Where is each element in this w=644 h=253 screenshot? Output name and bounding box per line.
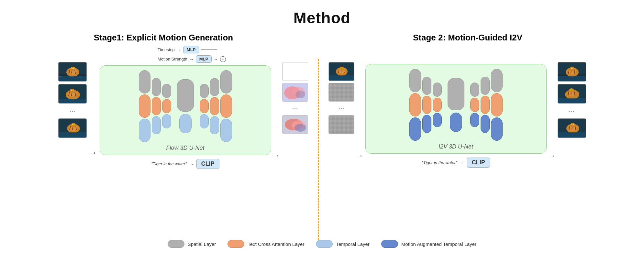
flow-frame-white	[282, 62, 308, 81]
svg-point-50	[340, 68, 341, 68]
svg-rect-34	[283, 62, 308, 81]
unet-inner-stage1	[139, 70, 232, 142]
legend-spatial: Spatial Layer	[168, 240, 216, 248]
s2-motion-aug-pill-2	[422, 115, 431, 133]
s2-dec-motion-1	[470, 113, 479, 127]
arrow-unet2-to-output: →	[549, 152, 556, 160]
dots-2: ···	[292, 105, 298, 112]
s2-spatial-pill-2	[422, 77, 431, 95]
flow-unet-label: Flow 3D U-Net	[166, 145, 204, 151]
legend-text-cross-pill	[228, 240, 244, 248]
unet-inner-stage2	[409, 69, 503, 141]
svg-point-60	[570, 67, 575, 71]
stage-divider	[318, 59, 319, 240]
output-frame-2	[558, 84, 586, 104]
dec-spatial-3	[220, 70, 232, 94]
legend-motion-aug-pill	[381, 240, 398, 248]
legend-temporal: Temporal Layer	[316, 240, 369, 248]
clip-box-stage1: CLIP	[196, 159, 219, 169]
svg-rect-32	[59, 132, 87, 138]
stage2-unet-area: I2V 3D U-Net "Tiger in the water" → CLIP	[365, 46, 547, 168]
svg-point-42	[294, 124, 306, 132]
s2-dec-spatial-3	[491, 69, 503, 92]
svg-point-51	[342, 68, 343, 68]
timestep-row: Timestep → MLP	[158, 46, 217, 53]
s2-dec-motion-2	[481, 115, 490, 133]
legend-temporal-label: Temporal Layer	[336, 241, 369, 247]
arrow-unet1-to-flow: →	[273, 152, 280, 160]
temporal-pill-2	[152, 116, 161, 134]
svg-point-19	[70, 89, 75, 93]
s2-text-cross-pill-1	[409, 93, 421, 116]
dec-text-1	[200, 99, 209, 113]
temporal-pill-3	[162, 114, 171, 128]
s2-dec-spatial-1	[470, 82, 479, 97]
svg-point-81	[571, 124, 572, 125]
clip-box-stage2: CLIP	[467, 158, 490, 168]
flow-unet-block: Flow 3D U-Net	[100, 65, 271, 155]
input-frame-3	[58, 118, 87, 138]
svg-point-49	[339, 67, 344, 71]
output-frame-3	[558, 118, 586, 138]
clip-row-stage2: "Tiger in the water" → CLIP	[422, 158, 490, 168]
svg-point-71	[570, 90, 571, 91]
svg-rect-73	[558, 98, 586, 104]
motion-strength-row: Motion Strength → MLP → +	[158, 55, 226, 63]
dec-text-3	[220, 94, 232, 118]
svg-point-10	[72, 68, 72, 69]
flow-frame-colored2	[282, 115, 308, 134]
svg-rect-63	[558, 76, 586, 82]
text-cross-pill-3	[162, 99, 171, 113]
s2-dec-text-1	[470, 98, 479, 112]
arrow-noise-to-unet2: →	[356, 152, 363, 160]
s2-bottleneck	[448, 78, 464, 132]
arrow-input-to-unet1: →	[89, 148, 97, 157]
dec-temporal-2	[210, 116, 219, 134]
bottleneck	[177, 79, 194, 133]
legend-motion-aug: Motion Augmented Temporal Layer	[381, 240, 476, 248]
mlp2-box: MLP	[196, 55, 212, 63]
s2-dec-spatial-2	[481, 77, 490, 95]
svg-point-62	[572, 68, 573, 69]
svg-point-11	[73, 68, 74, 69]
spatial-pill-1	[139, 70, 150, 94]
s2-dec-text-2	[481, 96, 490, 114]
dec-text-2	[210, 97, 219, 115]
bottleneck-spatial	[177, 79, 194, 112]
svg-rect-12	[59, 76, 87, 82]
dec-spatial-2	[210, 78, 219, 96]
svg-point-30	[72, 124, 73, 125]
s2-motion-aug-pill-1	[409, 117, 421, 141]
text-cross-pill-2	[152, 97, 161, 115]
svg-rect-83	[558, 132, 586, 138]
svg-point-38	[295, 91, 305, 98]
svg-rect-22	[59, 99, 87, 104]
legend: Spatial Layer Text Cross Attention Layer…	[0, 240, 644, 248]
temporal-pill-1	[139, 119, 150, 142]
dec-temporal-1	[200, 114, 209, 128]
spatial-pill-3	[162, 84, 171, 98]
s2-motion-aug-pill-3	[433, 113, 442, 127]
page-title: Method	[0, 0, 644, 27]
svg-point-61	[571, 68, 572, 69]
output-frames-stage2: ···	[558, 62, 586, 138]
i2v-unet-label: I2V 3D U-Net	[439, 143, 473, 150]
text-prompt-stage2: "Tiger in the water"	[422, 160, 457, 165]
svg-rect-52	[329, 75, 354, 81]
dots-3: ···	[338, 105, 344, 112]
dots-4: ···	[569, 107, 574, 115]
s2-dec-text-3	[491, 93, 503, 116]
legend-spatial-label: Spatial Layer	[188, 241, 216, 247]
timestep-label: Timestep	[158, 47, 175, 52]
svg-point-20	[71, 90, 72, 91]
legend-spatial-pill	[168, 240, 184, 248]
s2-spatial-pill-3	[433, 82, 442, 97]
i2v-unet-block: I2V 3D U-Net	[365, 64, 547, 154]
svg-point-70	[569, 88, 574, 93]
noise-frame-2	[328, 115, 354, 134]
text-prompt-stage1: "Tiger in the water"	[151, 161, 187, 166]
stage1-label: Stage1: Explicit Motion Generation	[94, 33, 233, 42]
dec-temporal-3	[220, 119, 232, 142]
input-frame-2	[58, 84, 87, 104]
input-frames-stage1: ···	[58, 62, 87, 138]
